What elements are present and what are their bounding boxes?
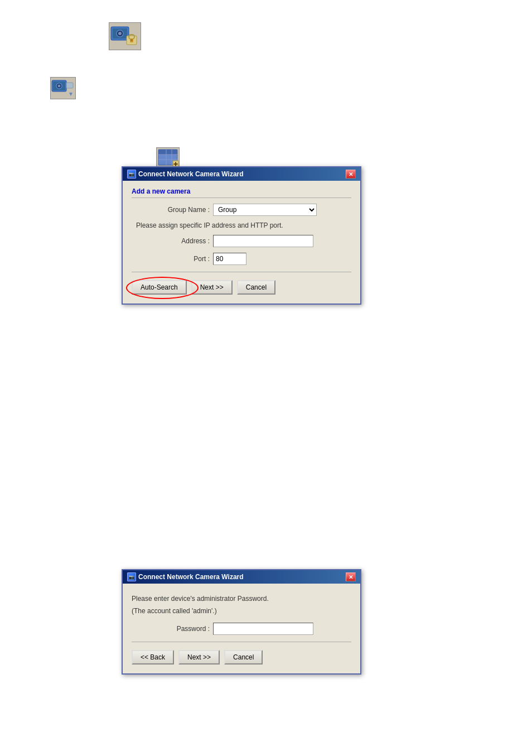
- svg-point-4: [118, 32, 122, 35]
- group-name-label: Group Name :: [132, 206, 210, 214]
- wizard2-cancel-button[interactable]: Cancel: [224, 650, 263, 664]
- address-row: Address :: [132, 235, 351, 247]
- wizard-titlebar-icon-2: 📷: [127, 572, 136, 581]
- svg-rect-14: [66, 83, 73, 88]
- auto-search-button[interactable]: Auto-Search: [132, 280, 187, 295]
- wizard-title-1: Connect Network Camera Wizard: [138, 170, 244, 178]
- group-name-select[interactable]: Group: [213, 204, 317, 216]
- wizard-close-btn-1[interactable]: ✕: [346, 170, 356, 179]
- wizard-titlebar-icon-1: 📷: [127, 170, 136, 179]
- wizard2-info-line2: (The account called 'admin'.): [132, 607, 351, 615]
- svg-point-8: [130, 39, 133, 41]
- wizard-info-text-1: Please assign specific IP address and HT…: [132, 221, 351, 229]
- wizard-dialog-2: 📷 Connect Network Camera Wizard ✕ Please…: [122, 569, 361, 675]
- password-label: Password :: [132, 625, 210, 633]
- wizard1-button-row: Auto-Search Next >> Cancel: [132, 278, 351, 295]
- svg-rect-18: [158, 150, 177, 155]
- svg-point-13: [58, 85, 61, 88]
- camera-network-icon: [109, 22, 141, 52]
- wizard1-next-button[interactable]: Next >>: [191, 280, 233, 295]
- wizard-close-btn-2[interactable]: ✕: [346, 572, 356, 581]
- wizard-title-2: Connect Network Camera Wizard: [138, 573, 244, 581]
- port-label: Port :: [132, 255, 210, 263]
- wizard2-info-line1: Please enter device's administrator Pass…: [132, 595, 351, 603]
- wizard2-back-button[interactable]: << Back: [132, 650, 174, 664]
- address-input[interactable]: [213, 235, 313, 247]
- camera-add-icon: [50, 77, 76, 101]
- password-input[interactable]: [213, 623, 313, 635]
- wizard-section-title-1: Add a new camera: [132, 187, 351, 198]
- password-row: Password :: [132, 623, 351, 635]
- wizard-titlebar-1: 📷 Connect Network Camera Wizard ✕: [123, 167, 360, 181]
- port-row: Port :: [132, 253, 351, 265]
- wizard1-cancel-button[interactable]: Cancel: [237, 280, 275, 295]
- wizard-dialog-1: 📷 Connect Network Camera Wizard ✕ Add a …: [122, 166, 361, 305]
- address-label: Address :: [132, 237, 210, 245]
- wizard2-button-row: << Back Next >> Cancel: [132, 648, 351, 664]
- port-input[interactable]: [213, 253, 246, 265]
- wizard2-next-button[interactable]: Next >>: [178, 650, 220, 664]
- wizard-titlebar-2: 📷 Connect Network Camera Wizard ✕: [123, 570, 360, 584]
- group-name-row: Group Name : Group: [132, 204, 351, 216]
